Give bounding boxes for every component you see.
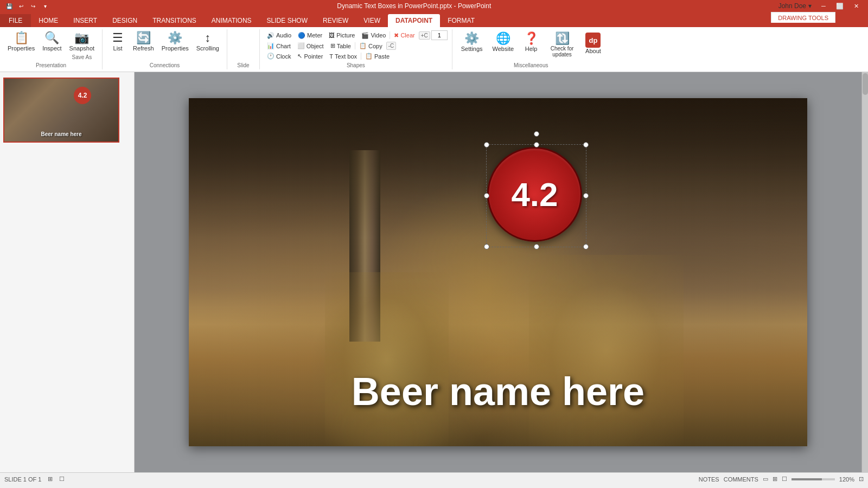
chart-icon: 📊 bbox=[267, 42, 275, 49]
beer-name-text[interactable]: Beer name here bbox=[189, 369, 807, 414]
group-label-miscellaneous: Miscellaneous bbox=[514, 61, 548, 68]
video-icon: 🎬 bbox=[361, 32, 369, 39]
gauge-value: 4.2 bbox=[511, 175, 558, 214]
tab-view[interactable]: VIEW bbox=[356, 14, 388, 27]
audio-icon: 🔊 bbox=[267, 32, 275, 39]
check-updates-button[interactable]: 🔃 Check for updates bbox=[544, 30, 580, 60]
value-input[interactable] bbox=[431, 30, 448, 40]
group-shapes: 🔊 Audio 🔵 Meter 🖼 Picture 🎬 Video bbox=[260, 29, 452, 69]
properties-button[interactable]: 📋 Properties bbox=[4, 30, 38, 53]
audio-button[interactable]: 🔊 Audio bbox=[264, 31, 294, 40]
tab-design[interactable]: DESIGN bbox=[105, 14, 145, 27]
gauge-circle[interactable]: 4.2 bbox=[487, 147, 582, 242]
user-chevron: ▾ bbox=[808, 2, 812, 10]
object-icon: ⬜ bbox=[297, 42, 305, 49]
help-label: Help bbox=[525, 46, 538, 52]
picture-icon: 🖼 bbox=[329, 32, 335, 38]
picture-button[interactable]: 🖼 Picture bbox=[326, 31, 358, 40]
save-as-button[interactable]: Save As bbox=[69, 53, 95, 61]
video-label: Video bbox=[371, 32, 386, 38]
tap-base-left bbox=[325, 272, 449, 446]
table-button[interactable]: ⊞ Table bbox=[328, 41, 354, 50]
chart-button[interactable]: 📊 Chart bbox=[264, 41, 293, 50]
textbox-button[interactable]: T Text box bbox=[327, 52, 360, 61]
copy-button[interactable]: 📋 Copy bbox=[356, 41, 385, 50]
tab-file[interactable]: FILE bbox=[0, 14, 31, 27]
help-button[interactable]: ❓ Help bbox=[519, 30, 543, 54]
check-updates-label: Check for updates bbox=[548, 46, 576, 57]
redo-btn-qa[interactable]: ↪ bbox=[28, 1, 38, 11]
presentation-items: 📋 Properties 🔍 Inspect 📷 Snapshot Save A… bbox=[4, 30, 98, 61]
refresh-button[interactable]: 🔄 Refresh bbox=[130, 30, 157, 53]
view-normal-icon[interactable]: ▭ bbox=[763, 476, 768, 483]
zoom-slider[interactable] bbox=[792, 478, 835, 480]
slide-container: 4.2 Beer name here bbox=[189, 98, 807, 446]
slide-info: SLIDE 1 OF 1 bbox=[4, 476, 41, 483]
main-area: 1 4.2 Beer name here bbox=[0, 72, 868, 472]
tab-transitions[interactable]: TRANSITIONS bbox=[145, 14, 204, 27]
group-label-shapes: Shapes bbox=[347, 61, 365, 68]
object-label: Object bbox=[307, 43, 324, 49]
notes-btn[interactable]: NOTES bbox=[699, 476, 719, 483]
paste-button[interactable]: 📋 Paste bbox=[362, 52, 392, 61]
tab-datapoint[interactable]: DATAPOINT bbox=[388, 14, 440, 27]
textbox-icon: T bbox=[329, 53, 333, 60]
undo-btn-qa[interactable]: ↩ bbox=[16, 1, 26, 11]
restore-btn[interactable]: ⬜ bbox=[832, 1, 847, 11]
group-miscellaneous: ⚙️ Settings 🌐 Website ❓ Help 🔃 Check for… bbox=[452, 29, 610, 69]
snapshot-icon: 📷 bbox=[74, 32, 89, 44]
table-label: Table bbox=[337, 43, 351, 49]
tab-home[interactable]: HOME bbox=[31, 14, 66, 27]
snapshot-button[interactable]: 📷 Snapshot bbox=[66, 30, 98, 53]
tab-review[interactable]: REVIEW bbox=[315, 14, 356, 27]
status-icon-2: ☐ bbox=[59, 476, 65, 483]
inspect-button[interactable]: 🔍 Inspect bbox=[39, 30, 65, 53]
status-right: NOTES COMMENTS ▭ ⊞ ☐ 120% ⊡ bbox=[699, 476, 864, 483]
chart-label: Chart bbox=[276, 43, 291, 49]
close-btn[interactable]: ✕ bbox=[848, 1, 864, 11]
about-button[interactable]: dp About bbox=[581, 30, 605, 56]
object-button[interactable]: ⬜ Object bbox=[295, 41, 327, 50]
meter-button[interactable]: 🔵 Meter bbox=[295, 31, 325, 40]
user-area[interactable]: John Doe ▾ bbox=[778, 2, 812, 10]
customize-qa[interactable]: ▾ bbox=[40, 1, 50, 11]
group-presentation: 📋 Properties 🔍 Inspect 📷 Snapshot Save A… bbox=[0, 29, 103, 69]
slide-thumbnail[interactable]: 4.2 Beer name here bbox=[3, 78, 119, 143]
settings-button[interactable]: ⚙️ Settings bbox=[457, 30, 487, 54]
refresh-label: Refresh bbox=[133, 45, 154, 52]
video-button[interactable]: 🎬 Video bbox=[359, 31, 388, 40]
clock-button[interactable]: 🕐 Clock bbox=[264, 52, 294, 61]
inspect-icon: 🔍 bbox=[44, 32, 59, 44]
properties-icon: 📋 bbox=[14, 32, 29, 44]
fit-slide-btn[interactable]: ⊡ bbox=[859, 476, 864, 483]
pointer-button[interactable]: ↖ Pointer bbox=[295, 52, 326, 61]
list-button[interactable]: ☰ List bbox=[107, 30, 129, 53]
scrolling-button[interactable]: ↕ Scrolling bbox=[193, 30, 222, 53]
clear-button[interactable]: ✖ Clear bbox=[391, 31, 417, 40]
tab-insert[interactable]: INSERT bbox=[66, 14, 105, 27]
copy-kbd: -C bbox=[386, 42, 397, 50]
tab-format[interactable]: FORMAT bbox=[440, 14, 482, 27]
status-icon-1: ⊞ bbox=[48, 476, 53, 483]
thumb-gauge: 4.2 bbox=[74, 87, 91, 104]
save-as-label: Save As bbox=[72, 54, 92, 60]
ribbon: DRAWING TOOLS FILE HOME INSERT DESIGN TR… bbox=[0, 12, 868, 72]
save-btn-qa[interactable]: 💾 bbox=[4, 1, 14, 11]
audio-label: Audio bbox=[276, 32, 291, 38]
view-slide-icon[interactable]: ⊞ bbox=[773, 476, 777, 483]
view-reading-icon[interactable]: ☐ bbox=[782, 476, 787, 483]
table-icon: ⊞ bbox=[330, 42, 335, 49]
properties-label: Properties bbox=[8, 45, 35, 52]
slide-canvas[interactable]: 4.2 Beer name here bbox=[135, 72, 861, 472]
website-button[interactable]: 🌐 Website bbox=[488, 30, 519, 54]
group-label-slide: Slide bbox=[237, 61, 249, 68]
window-title: Dynamic Text Boxes in PowerPoint.pptx - … bbox=[50, 2, 778, 10]
minimize-btn[interactable]: ─ bbox=[816, 1, 831, 11]
conn-properties-button[interactable]: ⚙️ Properties bbox=[158, 30, 192, 53]
tab-slideshow[interactable]: SLIDE SHOW bbox=[259, 14, 315, 27]
tab-animations[interactable]: ANIMATIONS bbox=[204, 14, 259, 27]
copy-label: Copy bbox=[368, 43, 382, 49]
comments-btn[interactable]: COMMENTS bbox=[724, 476, 758, 483]
right-scrollbar[interactable] bbox=[861, 72, 868, 472]
settings-icon: ⚙️ bbox=[464, 33, 479, 44]
